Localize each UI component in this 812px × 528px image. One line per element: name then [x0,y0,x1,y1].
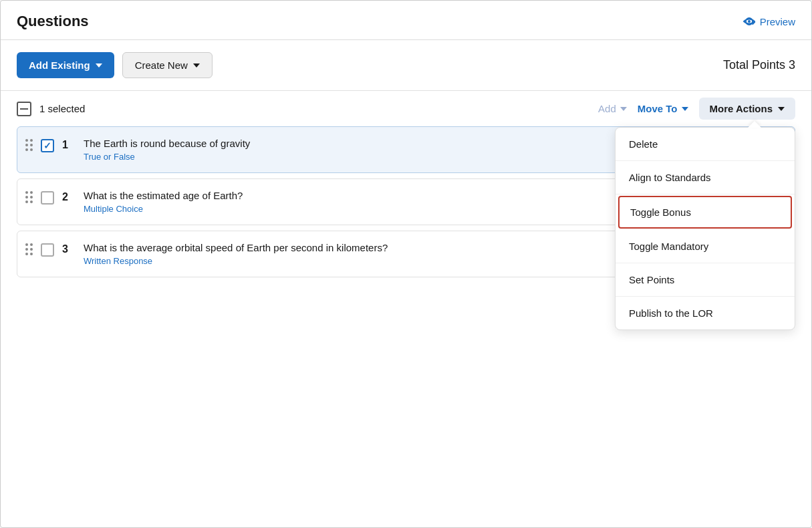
move-to-button[interactable]: Move To [638,103,688,114]
dropdown-item-publish-to-lor[interactable]: Publish to the LOR [616,297,795,329]
create-new-chevron-icon [193,63,200,68]
add-existing-chevron-icon [96,63,102,68]
add-action-label: Add [598,103,616,114]
main-window: Questions Preview Add Existing Create Ne… [0,0,812,528]
add-existing-button[interactable]: Add Existing [17,52,114,78]
header: Questions Preview [1,1,811,40]
add-chevron-icon [620,107,627,111]
checkmark-icon: ✓ [43,140,51,151]
question-checkbox-3[interactable] [41,243,54,257]
selection-right: Add Move To More Actions Delete Align to… [598,98,795,120]
selection-bar: 1 selected Add Move To More Actions Dele… [1,90,811,126]
preview-icon [742,16,756,27]
create-new-button[interactable]: Create New [122,52,213,78]
dropdown-item-align-to-standards[interactable]: Align to Standards [616,161,795,194]
deselect-all-checkbox[interactable] [17,102,31,116]
total-points: Total Points 3 [723,58,795,72]
drag-handle-icon[interactable] [25,242,33,255]
selected-count: 1 selected [39,103,85,114]
preview-link[interactable]: Preview [742,16,795,27]
more-actions-button[interactable]: More Actions [699,98,795,120]
toolbar-left: Add Existing Create New [17,52,213,78]
question-number: 2 [62,191,76,203]
create-new-label: Create New [135,59,188,71]
drag-handle-icon[interactable] [25,138,33,151]
move-to-chevron-icon [682,107,688,111]
svg-point-1 [748,20,751,23]
preview-label: Preview [760,16,795,27]
question-number: 3 [62,243,76,255]
more-actions-chevron-icon [778,107,785,111]
add-action-button[interactable]: Add [598,103,627,114]
question-checkbox-1[interactable]: ✓ [41,139,54,152]
dropdown-item-delete[interactable]: Delete [616,128,795,161]
selection-left: 1 selected [17,102,85,116]
more-actions-label: More Actions [710,103,773,114]
add-existing-label: Add Existing [29,59,90,71]
more-actions-dropdown: Delete Align to Standards Toggle Bonus T… [615,127,795,330]
dropdown-item-toggle-bonus[interactable]: Toggle Bonus [618,196,792,229]
dropdown-arrow [748,121,761,128]
dropdown-item-toggle-mandatory[interactable]: Toggle Mandatory [616,230,795,263]
page-title: Questions [17,13,89,30]
move-to-label: Move To [638,103,678,114]
drag-handle-icon[interactable] [25,190,33,203]
question-number: 1 [62,139,76,151]
question-checkbox-2[interactable] [41,191,54,205]
minus-icon [20,108,28,110]
toolbar: Add Existing Create New Total Points 3 [1,40,811,90]
dropdown-item-set-points[interactable]: Set Points [616,263,795,297]
